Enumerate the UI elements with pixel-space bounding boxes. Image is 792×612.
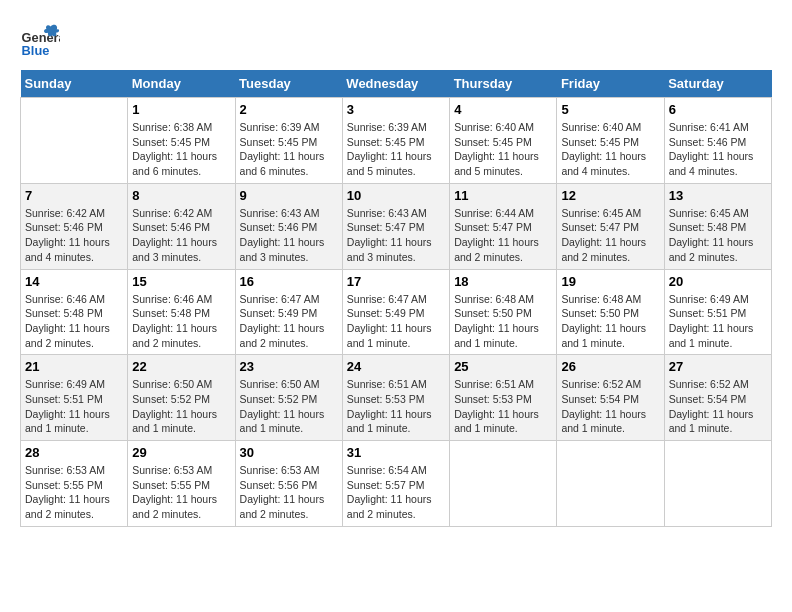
calendar-week-row: 7Sunrise: 6:42 AM Sunset: 5:46 PM Daylig… xyxy=(21,183,772,269)
day-number: 25 xyxy=(454,359,552,374)
day-of-week-header: Saturday xyxy=(664,70,771,98)
day-number: 31 xyxy=(347,445,445,460)
calendar-day-cell: 8Sunrise: 6:42 AM Sunset: 5:46 PM Daylig… xyxy=(128,183,235,269)
calendar-day-cell xyxy=(557,441,664,527)
day-info: Sunrise: 6:54 AM Sunset: 5:57 PM Dayligh… xyxy=(347,463,445,522)
calendar-day-cell: 26Sunrise: 6:52 AM Sunset: 5:54 PM Dayli… xyxy=(557,355,664,441)
calendar-day-cell: 18Sunrise: 6:48 AM Sunset: 5:50 PM Dayli… xyxy=(450,269,557,355)
day-number: 2 xyxy=(240,102,338,117)
day-of-week-header: Thursday xyxy=(450,70,557,98)
calendar-header-row: SundayMondayTuesdayWednesdayThursdayFrid… xyxy=(21,70,772,98)
day-info: Sunrise: 6:47 AM Sunset: 5:49 PM Dayligh… xyxy=(240,292,338,351)
day-info: Sunrise: 6:45 AM Sunset: 5:47 PM Dayligh… xyxy=(561,206,659,265)
day-info: Sunrise: 6:40 AM Sunset: 5:45 PM Dayligh… xyxy=(561,120,659,179)
day-of-week-header: Tuesday xyxy=(235,70,342,98)
calendar-day-cell xyxy=(21,98,128,184)
day-info: Sunrise: 6:51 AM Sunset: 5:53 PM Dayligh… xyxy=(347,377,445,436)
day-info: Sunrise: 6:52 AM Sunset: 5:54 PM Dayligh… xyxy=(669,377,767,436)
day-info: Sunrise: 6:43 AM Sunset: 5:46 PM Dayligh… xyxy=(240,206,338,265)
calendar-day-cell: 24Sunrise: 6:51 AM Sunset: 5:53 PM Dayli… xyxy=(342,355,449,441)
calendar-day-cell: 22Sunrise: 6:50 AM Sunset: 5:52 PM Dayli… xyxy=(128,355,235,441)
calendar-day-cell: 2Sunrise: 6:39 AM Sunset: 5:45 PM Daylig… xyxy=(235,98,342,184)
calendar-week-row: 1Sunrise: 6:38 AM Sunset: 5:45 PM Daylig… xyxy=(21,98,772,184)
day-number: 10 xyxy=(347,188,445,203)
calendar-day-cell: 5Sunrise: 6:40 AM Sunset: 5:45 PM Daylig… xyxy=(557,98,664,184)
day-number: 9 xyxy=(240,188,338,203)
calendar-day-cell: 19Sunrise: 6:48 AM Sunset: 5:50 PM Dayli… xyxy=(557,269,664,355)
calendar-day-cell: 21Sunrise: 6:49 AM Sunset: 5:51 PM Dayli… xyxy=(21,355,128,441)
day-number: 5 xyxy=(561,102,659,117)
day-number: 27 xyxy=(669,359,767,374)
calendar-day-cell: 20Sunrise: 6:49 AM Sunset: 5:51 PM Dayli… xyxy=(664,269,771,355)
day-number: 1 xyxy=(132,102,230,117)
calendar-day-cell: 25Sunrise: 6:51 AM Sunset: 5:53 PM Dayli… xyxy=(450,355,557,441)
day-of-week-header: Sunday xyxy=(21,70,128,98)
day-info: Sunrise: 6:40 AM Sunset: 5:45 PM Dayligh… xyxy=(454,120,552,179)
day-number: 19 xyxy=(561,274,659,289)
day-info: Sunrise: 6:39 AM Sunset: 5:45 PM Dayligh… xyxy=(347,120,445,179)
day-of-week-header: Friday xyxy=(557,70,664,98)
day-number: 6 xyxy=(669,102,767,117)
day-number: 18 xyxy=(454,274,552,289)
svg-text:Blue: Blue xyxy=(22,43,50,58)
day-number: 7 xyxy=(25,188,123,203)
page-header: General Blue xyxy=(20,20,772,60)
calendar-table: SundayMondayTuesdayWednesdayThursdayFrid… xyxy=(20,70,772,527)
day-info: Sunrise: 6:42 AM Sunset: 5:46 PM Dayligh… xyxy=(25,206,123,265)
calendar-day-cell: 9Sunrise: 6:43 AM Sunset: 5:46 PM Daylig… xyxy=(235,183,342,269)
calendar-day-cell: 27Sunrise: 6:52 AM Sunset: 5:54 PM Dayli… xyxy=(664,355,771,441)
day-info: Sunrise: 6:50 AM Sunset: 5:52 PM Dayligh… xyxy=(132,377,230,436)
calendar-day-cell: 30Sunrise: 6:53 AM Sunset: 5:56 PM Dayli… xyxy=(235,441,342,527)
day-number: 11 xyxy=(454,188,552,203)
day-info: Sunrise: 6:39 AM Sunset: 5:45 PM Dayligh… xyxy=(240,120,338,179)
calendar-day-cell: 11Sunrise: 6:44 AM Sunset: 5:47 PM Dayli… xyxy=(450,183,557,269)
day-info: Sunrise: 6:53 AM Sunset: 5:55 PM Dayligh… xyxy=(132,463,230,522)
day-number: 8 xyxy=(132,188,230,203)
calendar-day-cell: 28Sunrise: 6:53 AM Sunset: 5:55 PM Dayli… xyxy=(21,441,128,527)
calendar-day-cell: 16Sunrise: 6:47 AM Sunset: 5:49 PM Dayli… xyxy=(235,269,342,355)
day-info: Sunrise: 6:53 AM Sunset: 5:56 PM Dayligh… xyxy=(240,463,338,522)
day-info: Sunrise: 6:38 AM Sunset: 5:45 PM Dayligh… xyxy=(132,120,230,179)
day-info: Sunrise: 6:45 AM Sunset: 5:48 PM Dayligh… xyxy=(669,206,767,265)
calendar-week-row: 14Sunrise: 6:46 AM Sunset: 5:48 PM Dayli… xyxy=(21,269,772,355)
day-info: Sunrise: 6:46 AM Sunset: 5:48 PM Dayligh… xyxy=(25,292,123,351)
day-number: 16 xyxy=(240,274,338,289)
calendar-day-cell: 3Sunrise: 6:39 AM Sunset: 5:45 PM Daylig… xyxy=(342,98,449,184)
day-number: 21 xyxy=(25,359,123,374)
calendar-day-cell: 13Sunrise: 6:45 AM Sunset: 5:48 PM Dayli… xyxy=(664,183,771,269)
day-number: 23 xyxy=(240,359,338,374)
day-number: 29 xyxy=(132,445,230,460)
day-info: Sunrise: 6:49 AM Sunset: 5:51 PM Dayligh… xyxy=(25,377,123,436)
logo: General Blue xyxy=(20,20,60,60)
calendar-day-cell: 23Sunrise: 6:50 AM Sunset: 5:52 PM Dayli… xyxy=(235,355,342,441)
calendar-day-cell xyxy=(664,441,771,527)
day-info: Sunrise: 6:49 AM Sunset: 5:51 PM Dayligh… xyxy=(669,292,767,351)
day-number: 17 xyxy=(347,274,445,289)
day-number: 30 xyxy=(240,445,338,460)
day-number: 20 xyxy=(669,274,767,289)
day-info: Sunrise: 6:51 AM Sunset: 5:53 PM Dayligh… xyxy=(454,377,552,436)
day-info: Sunrise: 6:46 AM Sunset: 5:48 PM Dayligh… xyxy=(132,292,230,351)
day-info: Sunrise: 6:43 AM Sunset: 5:47 PM Dayligh… xyxy=(347,206,445,265)
calendar-day-cell: 14Sunrise: 6:46 AM Sunset: 5:48 PM Dayli… xyxy=(21,269,128,355)
day-number: 15 xyxy=(132,274,230,289)
day-info: Sunrise: 6:47 AM Sunset: 5:49 PM Dayligh… xyxy=(347,292,445,351)
day-info: Sunrise: 6:41 AM Sunset: 5:46 PM Dayligh… xyxy=(669,120,767,179)
day-of-week-header: Monday xyxy=(128,70,235,98)
day-info: Sunrise: 6:44 AM Sunset: 5:47 PM Dayligh… xyxy=(454,206,552,265)
day-number: 3 xyxy=(347,102,445,117)
day-of-week-header: Wednesday xyxy=(342,70,449,98)
calendar-day-cell: 17Sunrise: 6:47 AM Sunset: 5:49 PM Dayli… xyxy=(342,269,449,355)
calendar-day-cell: 7Sunrise: 6:42 AM Sunset: 5:46 PM Daylig… xyxy=(21,183,128,269)
calendar-day-cell: 10Sunrise: 6:43 AM Sunset: 5:47 PM Dayli… xyxy=(342,183,449,269)
day-number: 13 xyxy=(669,188,767,203)
calendar-day-cell: 15Sunrise: 6:46 AM Sunset: 5:48 PM Dayli… xyxy=(128,269,235,355)
day-number: 24 xyxy=(347,359,445,374)
day-info: Sunrise: 6:48 AM Sunset: 5:50 PM Dayligh… xyxy=(454,292,552,351)
calendar-day-cell: 31Sunrise: 6:54 AM Sunset: 5:57 PM Dayli… xyxy=(342,441,449,527)
day-info: Sunrise: 6:48 AM Sunset: 5:50 PM Dayligh… xyxy=(561,292,659,351)
day-number: 22 xyxy=(132,359,230,374)
day-number: 4 xyxy=(454,102,552,117)
calendar-week-row: 28Sunrise: 6:53 AM Sunset: 5:55 PM Dayli… xyxy=(21,441,772,527)
day-info: Sunrise: 6:50 AM Sunset: 5:52 PM Dayligh… xyxy=(240,377,338,436)
